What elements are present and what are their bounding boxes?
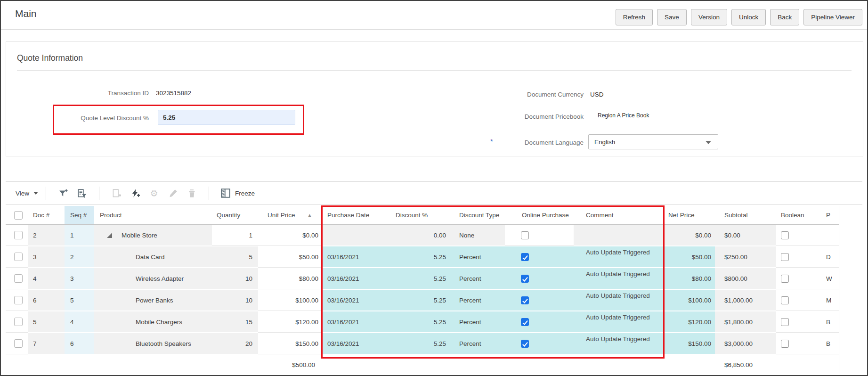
cell-quantity: 15 — [212, 311, 258, 332]
cell-doc: 6 — [28, 290, 65, 311]
line-items-grid: View ⚙ Freeze Doc #Seq #ProductQuantityU… — [6, 181, 862, 375]
cell-unit_price[interactable]: $150.00 — [258, 333, 322, 354]
version-button[interactable]: Version — [691, 9, 727, 25]
unit-price-total: $500.00 — [258, 355, 318, 375]
boolean-checkbox[interactable] — [781, 296, 789, 304]
online-purchase-checkbox[interactable] — [521, 253, 529, 261]
column-header-subtotal[interactable]: Subtotal — [715, 206, 776, 224]
cell-seq: 1 — [65, 225, 94, 245]
view-menu-label: View — [16, 190, 29, 197]
column-header-purchase_date[interactable]: Purchase Date — [322, 206, 389, 224]
delete-icon — [187, 188, 197, 198]
topbar-buttons: RefreshSaveVersionUnlockBackPipeline Vie… — [616, 9, 862, 25]
boolean-checkbox[interactable] — [781, 318, 789, 326]
cell-quantity: 10 — [212, 290, 258, 311]
column-header-online_purchase[interactable]: Online Purchase — [505, 206, 574, 224]
cell-net_price: $120.00 — [661, 311, 715, 332]
column-header-label: Boolean — [781, 212, 804, 219]
cell-quantity[interactable]: 1 — [212, 225, 258, 246]
quote-level-discount-input[interactable] — [158, 110, 295, 125]
column-header-boolean[interactable]: Boolean — [776, 206, 819, 224]
expand-collapse-icon[interactable] — [107, 233, 112, 238]
pipeline-viewer-button[interactable]: Pipeline Viewer — [803, 9, 862, 25]
back-button[interactable]: Back — [770, 9, 799, 25]
cell-subtotal: $250.00 — [715, 246, 776, 267]
column-header-label: Discount % — [396, 212, 428, 219]
cell-unit_price[interactable]: $0.00 — [258, 225, 322, 246]
filter-criteria-icon[interactable] — [77, 188, 87, 198]
column-header-comment[interactable]: Comment — [574, 206, 661, 224]
online-purchase-checkbox[interactable] — [521, 275, 529, 283]
column-header-seq[interactable]: Seq # — [65, 206, 94, 224]
cell-unit_price[interactable]: $50.00 — [258, 246, 322, 268]
chevron-down-icon — [706, 141, 711, 144]
transaction-id-label: Transaction ID — [45, 90, 149, 97]
cell-comment: Auto Update Triggered — [574, 290, 661, 311]
column-header-product[interactable]: Product — [94, 206, 212, 224]
cell-discount_pct: 5.25 — [389, 290, 450, 311]
cell-purchase_date — [322, 225, 389, 245]
boolean-checkbox[interactable] — [781, 253, 789, 261]
cell-quantity: 10 — [212, 268, 258, 289]
add-filter-icon[interactable] — [58, 188, 68, 198]
column-header-doc[interactable]: Doc # — [28, 206, 65, 224]
column-header-discount_pct[interactable]: Discount % — [389, 206, 450, 224]
unlock-button[interactable]: Unlock — [731, 9, 766, 25]
cell-discount_type: Percent — [450, 311, 505, 332]
cell-comment: Auto Update Triggered — [574, 333, 661, 354]
online-purchase-checkbox[interactable] — [521, 318, 529, 326]
column-header-unit_price[interactable]: Unit Price▲ — [258, 206, 322, 224]
cell-doc: 3 — [28, 246, 65, 267]
grid-header-row: Doc #Seq #ProductQuantityUnit Price▲Purc… — [6, 206, 839, 225]
online-purchase-checkbox[interactable] — [521, 231, 529, 239]
column-header-discount_type[interactable]: Discount Type — [450, 206, 505, 224]
boolean-checkbox[interactable] — [781, 340, 789, 348]
cell-net_price: $150.00 — [661, 333, 715, 354]
view-menu-button[interactable]: View — [16, 190, 38, 197]
column-header-extra[interactable]: P — [819, 206, 839, 224]
freeze-icon — [220, 188, 231, 198]
document-language-dropdown[interactable]: English — [588, 134, 718, 149]
cell-purchase_date: 03/16/2021 — [322, 290, 389, 311]
online-purchase-checkbox[interactable] — [521, 340, 529, 348]
row-select-checkbox[interactable] — [14, 231, 23, 239]
cell-doc: 4 — [28, 268, 65, 289]
cell-unit_price[interactable]: $120.00 — [258, 311, 322, 333]
boolean-checkbox[interactable] — [781, 231, 789, 239]
cell-boolean — [776, 290, 819, 311]
row-select-checkbox[interactable] — [14, 253, 23, 261]
cell-online_purchase — [505, 268, 574, 289]
column-header-quantity[interactable]: Quantity — [212, 206, 258, 224]
cell-quantity: 20 — [212, 333, 258, 354]
column-header-net_price[interactable]: Net Price — [661, 206, 715, 224]
refresh-button[interactable]: Refresh — [616, 9, 653, 25]
cell-discount_pct: 5.25 — [389, 333, 450, 354]
cell-sel — [6, 311, 28, 333]
row-select-checkbox[interactable] — [14, 318, 23, 326]
row-select-checkbox[interactable] — [14, 296, 23, 304]
cell-unit_price[interactable]: $80.00 — [258, 268, 322, 289]
freeze-button[interactable]: Freeze — [220, 188, 255, 198]
cell-subtotal: $1,800.00 — [715, 311, 776, 332]
cell-comment: Auto Update Triggered — [574, 268, 661, 289]
quick-add-icon[interactable] — [130, 188, 140, 198]
cell-sel — [6, 246, 28, 268]
cell-discount_type: Percent — [450, 290, 505, 311]
cell-unit_price[interactable]: $100.00 — [258, 290, 322, 311]
select-all-checkbox[interactable] — [14, 211, 23, 220]
column-header-label: P — [826, 212, 830, 219]
cell-discount_type: Percent — [450, 268, 505, 289]
cell-subtotal: $3,000.00 — [715, 333, 776, 354]
column-header-label: Comment — [586, 212, 614, 219]
cell-comment — [574, 225, 661, 245]
boolean-checkbox[interactable] — [781, 275, 789, 283]
grid-body: 21Mobile Store1$0.000.00None$0.00$0.0032… — [6, 225, 839, 355]
row-select-checkbox[interactable] — [14, 274, 23, 283]
product-name: Data Card — [136, 253, 165, 261]
online-purchase-checkbox[interactable] — [521, 296, 529, 304]
row-select-checkbox[interactable] — [14, 339, 23, 348]
cell-boolean — [776, 311, 819, 333]
save-button[interactable]: Save — [657, 9, 687, 25]
cell-product: Mobile Chargers — [94, 311, 212, 332]
freeze-label: Freeze — [235, 190, 255, 197]
